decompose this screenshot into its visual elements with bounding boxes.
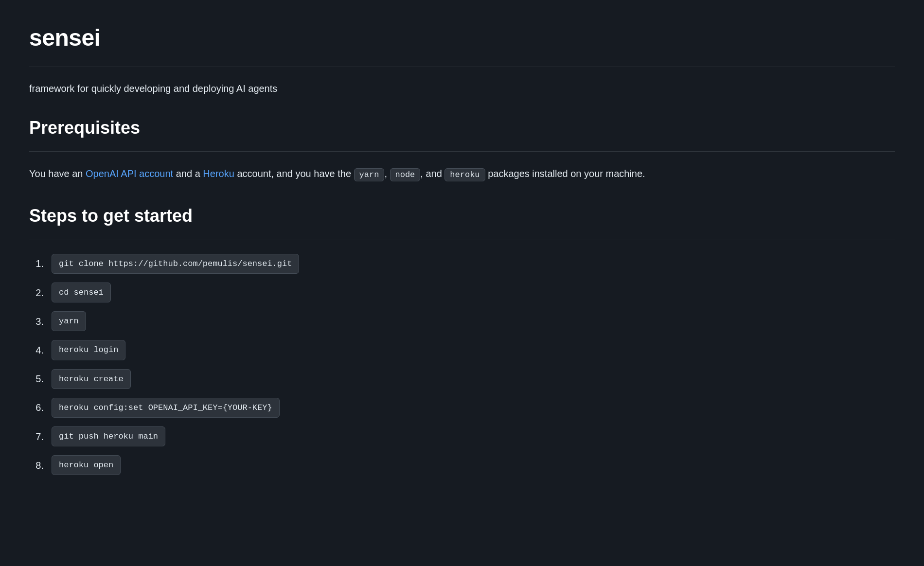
title-divider bbox=[29, 67, 895, 67]
node-inline-code: node bbox=[390, 168, 421, 181]
prereq-text-after-link1: and a bbox=[173, 168, 203, 179]
page-title: sensei bbox=[29, 19, 895, 57]
list-item: cd sensei bbox=[29, 283, 895, 302]
list-item: yarn bbox=[29, 311, 895, 331]
step-code-1: git clone https://github.com/pemulis/sen… bbox=[52, 254, 299, 274]
yarn-inline-code: yarn bbox=[354, 168, 385, 181]
list-item: heroku config:set OPENAI_API_KEY={YOUR-K… bbox=[29, 398, 895, 418]
steps-list: git clone https://github.com/pemulis/sen… bbox=[29, 254, 895, 476]
steps-section: Steps to get started git clone https://g… bbox=[29, 202, 895, 475]
prerequisites-text: You have an OpenAI API account and a Her… bbox=[29, 165, 710, 182]
prereq-text-end: packages installed on your machine. bbox=[485, 168, 645, 179]
steps-divider bbox=[29, 240, 895, 240]
steps-heading: Steps to get started bbox=[29, 202, 895, 230]
prerequisites-section: Prerequisites You have an OpenAI API acc… bbox=[29, 114, 895, 182]
step-code-2: cd sensei bbox=[52, 283, 111, 302]
prerequisites-heading: Prerequisites bbox=[29, 114, 895, 142]
step-code-7: git push heroku main bbox=[52, 426, 165, 446]
list-item: git clone https://github.com/pemulis/sen… bbox=[29, 254, 895, 274]
openai-link[interactable]: OpenAI API account bbox=[86, 168, 173, 179]
prereq-separator2: , and bbox=[420, 168, 442, 179]
step-code-6: heroku config:set OPENAI_API_KEY={YOUR-K… bbox=[52, 398, 280, 418]
prereq-text-after-link2: account, and you have the bbox=[234, 168, 354, 179]
list-item: heroku open bbox=[29, 455, 895, 475]
prerequisites-divider bbox=[29, 151, 895, 152]
list-item: git push heroku main bbox=[29, 426, 895, 446]
step-code-4: heroku login bbox=[52, 340, 125, 360]
heroku-inline-code: heroku bbox=[444, 168, 485, 181]
prereq-separator1: , bbox=[384, 168, 387, 179]
list-item: heroku create bbox=[29, 369, 895, 389]
subtitle: framework for quickly developing and dep… bbox=[29, 81, 895, 96]
step-code-5: heroku create bbox=[52, 369, 131, 389]
prereq-text-before-link1: You have an bbox=[29, 168, 86, 179]
step-code-3: yarn bbox=[52, 311, 86, 331]
heroku-link[interactable]: Heroku bbox=[203, 168, 234, 179]
list-item: heroku login bbox=[29, 340, 895, 360]
step-code-8: heroku open bbox=[52, 455, 121, 475]
